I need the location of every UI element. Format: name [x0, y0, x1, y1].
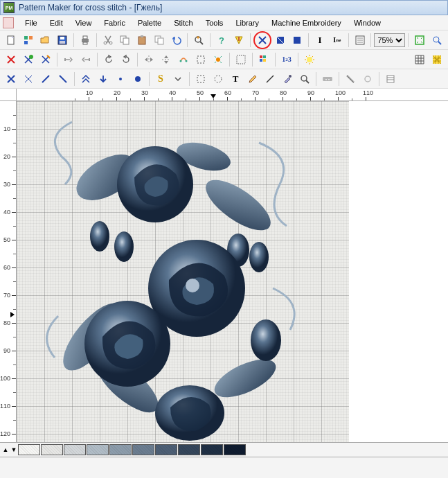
menu-view[interactable]: View [70, 17, 98, 28]
diagonal-tool-2[interactable] [55, 71, 71, 87]
motif-button[interactable] [175, 51, 192, 68]
new-button[interactable] [3, 32, 19, 49]
dot-large-tool[interactable] [129, 71, 146, 87]
ruler-guide-tool[interactable] [342, 71, 359, 87]
crosshatch-button[interactable] [429, 51, 445, 68]
svg-rect-21 [294, 37, 301, 44]
svg-rect-26 [64, 58, 66, 61]
print-button[interactable] [77, 32, 93, 49]
flip-v-button[interactable] [158, 51, 174, 68]
pencil-tool[interactable] [244, 71, 261, 87]
text-tool-button[interactable]: I [312, 32, 328, 49]
copy-special-button[interactable] [151, 32, 168, 49]
eyedropper-tool[interactable] [279, 71, 296, 87]
palette-scroll-up[interactable]: ▲ [1, 444, 10, 456]
bead-tool[interactable] [359, 71, 376, 87]
rotate-ccw-button[interactable] [100, 51, 117, 68]
zoom-tool-button[interactable] [190, 32, 207, 49]
cross-full-tool[interactable] [3, 71, 19, 87]
full-cross-button[interactable] [255, 32, 270, 49]
pick-stitch-button[interactable] [37, 51, 54, 68]
rotate-cw-button[interactable] [118, 51, 134, 68]
palette-swatch-5[interactable] [132, 444, 154, 455]
palette-swatch-1[interactable] [41, 444, 63, 455]
svg-point-43 [289, 75, 292, 78]
delete-stitch-button[interactable] [3, 51, 19, 68]
arrow-down-tool[interactable] [95, 71, 111, 87]
save-button[interactable] [54, 32, 71, 49]
settings-strip-tool[interactable] [382, 71, 399, 87]
palette-swatch-8[interactable] [201, 444, 223, 455]
menu-fabric[interactable]: Fabric [98, 17, 131, 28]
fit-window-button[interactable] [411, 32, 428, 49]
palette-swatch-9[interactable] [224, 444, 246, 455]
line-draw-tool[interactable] [262, 71, 278, 87]
menu-stitch[interactable]: Stitch [168, 17, 199, 28]
menu-palette[interactable]: Palette [132, 17, 167, 28]
canvas[interactable] [17, 101, 448, 442]
menu-library[interactable]: Library [230, 17, 265, 28]
highlight-button[interactable] [301, 51, 318, 68]
cut-button[interactable] [100, 32, 116, 49]
palette-swatch-2[interactable] [64, 444, 86, 455]
menu-edit[interactable]: Edit [44, 17, 69, 28]
quarter-stitch-button[interactable] [289, 32, 305, 49]
paste-button[interactable] [134, 32, 150, 49]
number-tool-button[interactable]: 123 [278, 51, 295, 68]
line-tool-button[interactable]: Ine [329, 32, 346, 49]
zoom-select[interactable]: 75% [374, 33, 405, 47]
ruler-horizontal[interactable]: 102030405060708090100110 [17, 89, 448, 101]
menu-file[interactable]: File [19, 17, 43, 28]
dropdown-tool[interactable] [170, 71, 186, 87]
about-button[interactable] [231, 32, 247, 49]
menu-machine-embroidery[interactable]: Machine Embroidery [266, 17, 347, 28]
menu-tools[interactable]: Tools [200, 17, 229, 28]
half-stitch-button[interactable] [272, 32, 289, 49]
svg-rect-17 [158, 38, 163, 44]
undo-button[interactable] [168, 32, 185, 49]
properties-button[interactable] [352, 32, 368, 49]
svg-rect-33 [260, 55, 262, 58]
open-button[interactable] [37, 32, 54, 49]
svg-rect-27 [89, 58, 90, 61]
svg-rect-14 [138, 37, 145, 44]
palette-scroll-down[interactable]: ▼ [10, 444, 18, 456]
select-rect-tool[interactable] [192, 71, 209, 87]
menu-window[interactable]: Window [348, 17, 386, 28]
knot-button[interactable] [210, 51, 226, 68]
palette-swatch-3[interactable] [87, 444, 109, 455]
svg-rect-30 [197, 56, 204, 63]
zoom-selection-button[interactable] [429, 32, 445, 49]
svg-rect-13 [123, 38, 129, 44]
svg-point-24 [433, 37, 439, 42]
flip-h-button[interactable] [141, 51, 157, 68]
add-stitch-button[interactable] [20, 51, 37, 68]
select-ellipse-tool[interactable] [210, 71, 226, 87]
dot-small-tool[interactable] [112, 71, 129, 87]
palette-tool-button[interactable] [256, 51, 272, 68]
palette-swatch-6[interactable] [155, 444, 177, 455]
s-curve-tool[interactable]: S [152, 71, 169, 87]
measure-tool[interactable] [319, 71, 336, 87]
help-button[interactable]: ? [213, 32, 230, 49]
window-tile-button[interactable] [20, 32, 37, 49]
palette-swatch-0[interactable] [18, 444, 40, 455]
title-bar: PM Pattern Maker for cross stitch - [Гже… [0, 0, 448, 15]
backstitch-start-button[interactable] [60, 51, 77, 68]
cross-half-tool[interactable] [20, 71, 37, 87]
outline-button[interactable] [192, 51, 209, 68]
diagonal-tool-1[interactable] [37, 71, 54, 87]
palette-swatch-4[interactable] [109, 444, 132, 455]
text-insert-tool[interactable]: T [227, 71, 244, 87]
svg-point-40 [135, 76, 141, 82]
svg-rect-47 [387, 76, 394, 82]
arrow-n-tool[interactable] [78, 71, 94, 87]
palette-swatch-7[interactable] [178, 444, 200, 455]
copy-button[interactable] [116, 32, 133, 49]
backstitch-end-button[interactable] [78, 51, 94, 68]
grid-select-button[interactable] [233, 51, 249, 68]
magnifier-tool[interactable] [296, 71, 313, 87]
ruler-vertical[interactable]: 102030405060708090100110120 [0, 101, 17, 442]
grid-toggle-button[interactable] [411, 51, 428, 68]
svg-rect-1 [24, 36, 28, 39]
